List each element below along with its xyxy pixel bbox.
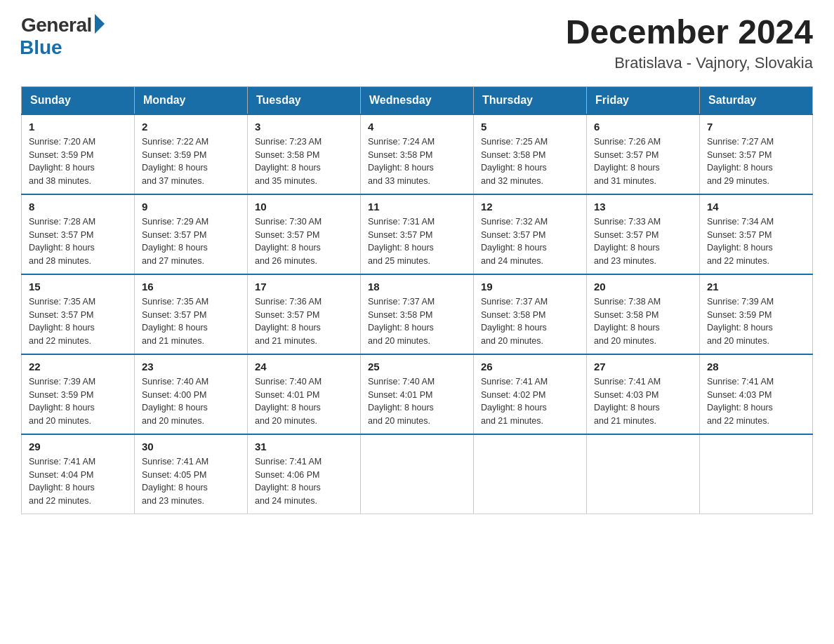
- day-cell-14: 14 Sunrise: 7:34 AM Sunset: 3:57 PM Dayl…: [700, 194, 813, 274]
- day-cell-29: 29 Sunrise: 7:41 AM Sunset: 4:04 PM Dayl…: [22, 434, 135, 514]
- day-info: Sunrise: 7:40 AM Sunset: 4:01 PM Dayligh…: [255, 375, 353, 428]
- day-number: 12: [481, 201, 579, 213]
- empty-cell: [700, 434, 813, 514]
- day-cell-23: 23 Sunrise: 7:40 AM Sunset: 4:00 PM Dayl…: [135, 354, 248, 434]
- day-number: 21: [707, 281, 805, 293]
- logo-top: General: [21, 14, 105, 36]
- day-number: 25: [368, 361, 466, 373]
- calendar-title: December 2024: [566, 14, 813, 51]
- day-info: Sunrise: 7:41 AM Sunset: 4:05 PM Dayligh…: [142, 455, 240, 508]
- header-day-saturday: Saturday: [700, 86, 813, 114]
- day-cell-20: 20 Sunrise: 7:38 AM Sunset: 3:58 PM Dayl…: [587, 274, 700, 354]
- day-cell-17: 17 Sunrise: 7:36 AM Sunset: 3:57 PM Dayl…: [248, 274, 361, 354]
- page-header: General Blue December 2024 Bratislava - …: [21, 14, 813, 72]
- day-info: Sunrise: 7:33 AM Sunset: 3:57 PM Dayligh…: [594, 215, 692, 268]
- day-info: Sunrise: 7:38 AM Sunset: 3:58 PM Dayligh…: [594, 295, 692, 348]
- header-day-sunday: Sunday: [22, 86, 135, 114]
- header-row: SundayMondayTuesdayWednesdayThursdayFrid…: [22, 86, 813, 114]
- day-info: Sunrise: 7:40 AM Sunset: 4:01 PM Dayligh…: [368, 375, 466, 428]
- calendar-body: 1 Sunrise: 7:20 AM Sunset: 3:59 PM Dayli…: [22, 114, 813, 514]
- day-info: Sunrise: 7:40 AM Sunset: 4:00 PM Dayligh…: [142, 375, 240, 428]
- day-info: Sunrise: 7:41 AM Sunset: 4:02 PM Dayligh…: [481, 375, 579, 428]
- week-row-2: 8 Sunrise: 7:28 AM Sunset: 3:57 PM Dayli…: [22, 194, 813, 274]
- day-number: 29: [29, 441, 127, 452]
- day-number: 23: [142, 361, 240, 373]
- day-info: Sunrise: 7:39 AM Sunset: 3:59 PM Dayligh…: [707, 295, 805, 348]
- calendar-table: SundayMondayTuesdayWednesdayThursdayFrid…: [21, 86, 813, 514]
- day-cell-5: 5 Sunrise: 7:25 AM Sunset: 3:58 PM Dayli…: [474, 114, 587, 194]
- day-info: Sunrise: 7:23 AM Sunset: 3:58 PM Dayligh…: [255, 135, 353, 188]
- header-day-wednesday: Wednesday: [361, 86, 474, 114]
- header-day-tuesday: Tuesday: [248, 86, 361, 114]
- day-cell-13: 13 Sunrise: 7:33 AM Sunset: 3:57 PM Dayl…: [587, 194, 700, 274]
- day-cell-21: 21 Sunrise: 7:39 AM Sunset: 3:59 PM Dayl…: [700, 274, 813, 354]
- day-cell-3: 3 Sunrise: 7:23 AM Sunset: 3:58 PM Dayli…: [248, 114, 361, 194]
- day-number: 19: [481, 281, 579, 293]
- day-number: 20: [594, 281, 692, 293]
- day-cell-15: 15 Sunrise: 7:35 AM Sunset: 3:57 PM Dayl…: [22, 274, 135, 354]
- day-info: Sunrise: 7:35 AM Sunset: 3:57 PM Dayligh…: [142, 295, 240, 348]
- day-info: Sunrise: 7:41 AM Sunset: 4:06 PM Dayligh…: [255, 455, 353, 508]
- day-number: 17: [255, 281, 353, 293]
- day-number: 5: [481, 121, 579, 133]
- day-cell-6: 6 Sunrise: 7:26 AM Sunset: 3:57 PM Dayli…: [587, 114, 700, 194]
- day-cell-4: 4 Sunrise: 7:24 AM Sunset: 3:58 PM Dayli…: [361, 114, 474, 194]
- week-row-5: 29 Sunrise: 7:41 AM Sunset: 4:04 PM Dayl…: [22, 434, 813, 514]
- day-number: 2: [142, 121, 240, 133]
- day-cell-30: 30 Sunrise: 7:41 AM Sunset: 4:05 PM Dayl…: [135, 434, 248, 514]
- day-info: Sunrise: 7:35 AM Sunset: 3:57 PM Dayligh…: [29, 295, 127, 348]
- day-number: 13: [594, 201, 692, 213]
- day-info: Sunrise: 7:37 AM Sunset: 3:58 PM Dayligh…: [368, 295, 466, 348]
- day-info: Sunrise: 7:39 AM Sunset: 3:59 PM Dayligh…: [29, 375, 127, 428]
- day-info: Sunrise: 7:41 AM Sunset: 4:04 PM Dayligh…: [29, 455, 127, 508]
- day-cell-2: 2 Sunrise: 7:22 AM Sunset: 3:59 PM Dayli…: [135, 114, 248, 194]
- day-cell-7: 7 Sunrise: 7:27 AM Sunset: 3:57 PM Dayli…: [700, 114, 813, 194]
- day-number: 16: [142, 281, 240, 293]
- calendar-subtitle: Bratislava - Vajnory, Slovakia: [566, 54, 813, 72]
- day-number: 24: [255, 361, 353, 373]
- day-info: Sunrise: 7:22 AM Sunset: 3:59 PM Dayligh…: [142, 135, 240, 188]
- day-info: Sunrise: 7:41 AM Sunset: 4:03 PM Dayligh…: [707, 375, 805, 428]
- day-cell-24: 24 Sunrise: 7:40 AM Sunset: 4:01 PM Dayl…: [248, 354, 361, 434]
- calendar-header: SundayMondayTuesdayWednesdayThursdayFrid…: [22, 86, 813, 114]
- day-number: 27: [594, 361, 692, 373]
- week-row-1: 1 Sunrise: 7:20 AM Sunset: 3:59 PM Dayli…: [22, 114, 813, 194]
- week-row-3: 15 Sunrise: 7:35 AM Sunset: 3:57 PM Dayl…: [22, 274, 813, 354]
- day-cell-28: 28 Sunrise: 7:41 AM Sunset: 4:03 PM Dayl…: [700, 354, 813, 434]
- day-info: Sunrise: 7:41 AM Sunset: 4:03 PM Dayligh…: [594, 375, 692, 428]
- day-info: Sunrise: 7:36 AM Sunset: 3:57 PM Dayligh…: [255, 295, 353, 348]
- day-cell-18: 18 Sunrise: 7:37 AM Sunset: 3:58 PM Dayl…: [361, 274, 474, 354]
- header-day-friday: Friday: [587, 86, 700, 114]
- day-info: Sunrise: 7:29 AM Sunset: 3:57 PM Dayligh…: [142, 215, 240, 268]
- day-info: Sunrise: 7:37 AM Sunset: 3:58 PM Dayligh…: [481, 295, 579, 348]
- empty-cell: [361, 434, 474, 514]
- logo-blue-text: Blue: [20, 36, 62, 59]
- day-number: 30: [142, 441, 240, 452]
- header-day-monday: Monday: [135, 86, 248, 114]
- day-cell-22: 22 Sunrise: 7:39 AM Sunset: 3:59 PM Dayl…: [22, 354, 135, 434]
- day-cell-31: 31 Sunrise: 7:41 AM Sunset: 4:06 PM Dayl…: [248, 434, 361, 514]
- day-cell-27: 27 Sunrise: 7:41 AM Sunset: 4:03 PM Dayl…: [587, 354, 700, 434]
- day-info: Sunrise: 7:31 AM Sunset: 3:57 PM Dayligh…: [368, 215, 466, 268]
- day-number: 31: [255, 441, 353, 452]
- day-info: Sunrise: 7:26 AM Sunset: 3:57 PM Dayligh…: [594, 135, 692, 188]
- day-number: 18: [368, 281, 466, 293]
- day-info: Sunrise: 7:30 AM Sunset: 3:57 PM Dayligh…: [255, 215, 353, 268]
- day-info: Sunrise: 7:25 AM Sunset: 3:58 PM Dayligh…: [481, 135, 579, 188]
- logo-general-text: General: [21, 14, 92, 36]
- day-number: 6: [594, 121, 692, 133]
- logo-arrow-icon: [95, 14, 105, 34]
- day-number: 14: [707, 201, 805, 213]
- day-cell-10: 10 Sunrise: 7:30 AM Sunset: 3:57 PM Dayl…: [248, 194, 361, 274]
- empty-cell: [587, 434, 700, 514]
- day-cell-1: 1 Sunrise: 7:20 AM Sunset: 3:59 PM Dayli…: [22, 114, 135, 194]
- day-number: 11: [368, 201, 466, 213]
- day-cell-25: 25 Sunrise: 7:40 AM Sunset: 4:01 PM Dayl…: [361, 354, 474, 434]
- day-cell-19: 19 Sunrise: 7:37 AM Sunset: 3:58 PM Dayl…: [474, 274, 587, 354]
- day-info: Sunrise: 7:34 AM Sunset: 3:57 PM Dayligh…: [707, 215, 805, 268]
- logo: General Blue: [21, 14, 105, 59]
- day-number: 26: [481, 361, 579, 373]
- day-number: 7: [707, 121, 805, 133]
- day-number: 1: [29, 121, 127, 133]
- header-day-thursday: Thursday: [474, 86, 587, 114]
